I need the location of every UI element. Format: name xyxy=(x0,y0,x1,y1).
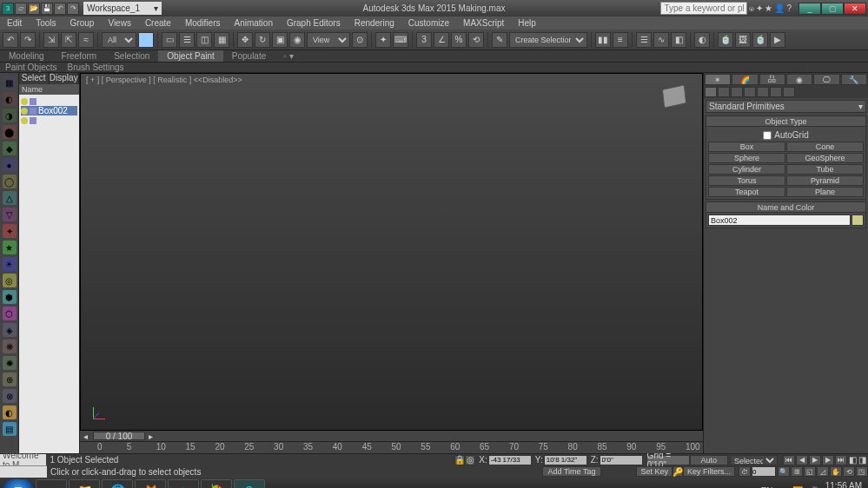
favorite-icon[interactable]: ★ xyxy=(765,3,772,13)
named-selection[interactable]: Create Selection Se xyxy=(509,32,587,48)
tab-selection[interactable]: Selection xyxy=(105,50,158,62)
render-iterative-button[interactable]: ▶ xyxy=(770,32,785,48)
subscription-icon[interactable]: ⍟ xyxy=(749,3,754,13)
visibility-icon[interactable] xyxy=(21,117,28,124)
taskbar-app2[interactable]: 🍓 xyxy=(201,479,232,488)
tab-objectpaint[interactable]: Object Paint xyxy=(158,50,222,62)
taskbar-explorer[interactable]: 📁 xyxy=(69,479,100,488)
signin-icon[interactable]: 👤 xyxy=(774,3,785,13)
next-frame-button[interactable]: ▶ xyxy=(822,455,834,465)
object-color-swatch[interactable] xyxy=(851,214,864,226)
schematic-button[interactable]: ◧ xyxy=(671,32,686,48)
zoom-extents-icon[interactable]: ◱ xyxy=(804,466,816,477)
prev-frame-button[interactable]: ◀ xyxy=(796,455,808,465)
tray-clock[interactable]: 11:56 AM 8/22/2017 xyxy=(824,482,863,488)
nav-icon-1[interactable]: ◧ xyxy=(849,455,857,465)
tool-icon-4[interactable]: ⬤ xyxy=(3,125,17,139)
tool-icon-16[interactable]: ◈ xyxy=(3,323,17,337)
maximize-viewport-icon[interactable]: ◳ xyxy=(856,466,868,477)
close-button[interactable]: ✕ xyxy=(844,3,866,15)
placement-button[interactable]: ◉ xyxy=(289,32,305,48)
menu-group[interactable]: Group xyxy=(63,18,102,28)
primitive-cylinder-button[interactable]: Cylinder xyxy=(708,164,785,175)
orbit-icon[interactable]: ⟲ xyxy=(843,466,855,477)
manipulate-button[interactable]: ✦ xyxy=(375,32,391,48)
panel-brush-settings[interactable]: Brush Settings xyxy=(67,63,123,72)
undo-icon[interactable]: ↶ xyxy=(54,3,66,15)
keyboard-shortcut-button[interactable]: ⌨ xyxy=(393,32,408,48)
editnamed-button[interactable]: ✎ xyxy=(492,32,507,48)
viewcube[interactable] xyxy=(659,81,690,112)
filter-color[interactable] xyxy=(138,32,154,48)
tool-icon-7[interactable]: ◯ xyxy=(3,175,17,188)
sub-systems-icon[interactable] xyxy=(783,87,795,97)
scene-column-name[interactable]: Name xyxy=(19,84,79,95)
object-name-input[interactable] xyxy=(708,214,851,226)
tool-icon-3[interactable]: ◑ xyxy=(3,109,17,122)
visibility-icon[interactable] xyxy=(21,108,28,115)
percent-snap-button[interactable]: % xyxy=(451,32,467,48)
workspace-selector[interactable]: Workspace_1▾ xyxy=(83,2,162,15)
tool-icon-21[interactable]: ◐ xyxy=(3,406,17,419)
zoom-all-icon[interactable]: ⊞ xyxy=(791,466,803,477)
nav-icon-2[interactable]: ◨ xyxy=(858,455,866,465)
scene-tab-select[interactable]: Select xyxy=(19,73,50,84)
tool-icon-20[interactable]: ⊗ xyxy=(3,389,17,403)
y-coord-input[interactable] xyxy=(544,455,587,465)
tab-freeform[interactable]: Freeform xyxy=(53,50,106,62)
move-button[interactable]: ✥ xyxy=(237,32,253,48)
primitive-sphere-button[interactable]: Sphere xyxy=(708,153,785,163)
minimize-button[interactable]: _ xyxy=(798,3,821,15)
help-icon[interactable]: ? xyxy=(786,3,792,13)
taskbar-ie[interactable]: e xyxy=(36,479,67,488)
primitive-teapot-button[interactable]: Teapot xyxy=(708,187,785,197)
tree-row[interactable] xyxy=(21,96,77,106)
tool-icon-18[interactable]: ✺ xyxy=(3,356,17,370)
x-coord-input[interactable] xyxy=(488,455,532,465)
maximize-button[interactable]: ▢ xyxy=(821,3,844,15)
taskbar-app1[interactable]: ♣ xyxy=(168,479,199,488)
fov-icon[interactable]: ◿ xyxy=(817,466,829,477)
goto-start-button[interactable]: ⏮ xyxy=(783,455,795,465)
primitive-pyramid-button[interactable]: Pyramid xyxy=(786,175,864,186)
menu-modifiers[interactable]: Modifiers xyxy=(178,18,228,28)
taskbar-3dsmax[interactable]: 3 xyxy=(234,479,265,488)
primitive-box-button[interactable]: Box xyxy=(708,142,785,152)
tab-populate[interactable]: Populate xyxy=(223,50,275,62)
cmd-tab-display[interactable]: 🖵 xyxy=(813,74,839,85)
viewport-label[interactable]: [ + ] [ Perspective ] [ Realistic ] <<Di… xyxy=(81,74,702,86)
menu-edit[interactable]: Edit xyxy=(0,18,29,28)
tool-icon-19[interactable]: ⊕ xyxy=(3,373,17,386)
render-setup-button[interactable]: 🍵 xyxy=(718,32,733,48)
tab-modeling[interactable]: Modeling xyxy=(0,50,53,62)
tool-icon-14[interactable]: ⬢ xyxy=(3,290,17,304)
cmd-tab-utilities[interactable]: 🔧 xyxy=(841,74,867,85)
autokey-button[interactable]: Auto Key xyxy=(690,455,728,465)
rotate-button[interactable]: ↻ xyxy=(255,32,270,48)
tool-icon-22[interactable]: ▤ xyxy=(3,422,17,436)
menu-tools[interactable]: Tools xyxy=(29,18,63,28)
primitive-geosphere-button[interactable]: GeoSphere xyxy=(786,153,864,163)
cmd-tab-hierarchy[interactable]: 品 xyxy=(759,74,785,85)
material-editor-button[interactable]: ◐ xyxy=(694,32,710,48)
isolate-icon[interactable]: ◎ xyxy=(465,455,475,465)
ref-coord-system[interactable]: View xyxy=(307,32,350,48)
exchange-icon[interactable]: ✦ xyxy=(756,3,763,13)
primitive-tube-button[interactable]: Tube xyxy=(786,164,864,175)
primitive-torus-button[interactable]: Torus xyxy=(708,175,785,186)
setkey-button[interactable]: Set Key xyxy=(636,466,673,477)
sub-shapes-icon[interactable] xyxy=(718,87,730,97)
menu-rendering[interactable]: Rendering xyxy=(348,18,401,28)
render-button[interactable]: 🍵 xyxy=(752,32,768,48)
undo-button[interactable]: ↶ xyxy=(3,32,18,48)
scale-button[interactable]: ▣ xyxy=(272,32,288,48)
tool-icon-1[interactable]: ▦ xyxy=(3,76,17,89)
menu-maxscript[interactable]: MAXScript xyxy=(456,18,511,28)
rollout-header[interactable]: Name and Color xyxy=(706,202,865,213)
tool-icon-5[interactable]: ◆ xyxy=(3,142,17,155)
timeline-ruler[interactable]: 0510152025303540455055606570758085909510… xyxy=(80,441,703,453)
angle-snap-button[interactable]: ∠ xyxy=(434,32,449,48)
start-button[interactable]: ⊞ xyxy=(3,479,34,488)
key-target-dropdown[interactable]: Selected xyxy=(730,455,778,465)
menu-animation[interactable]: Animation xyxy=(227,18,279,28)
